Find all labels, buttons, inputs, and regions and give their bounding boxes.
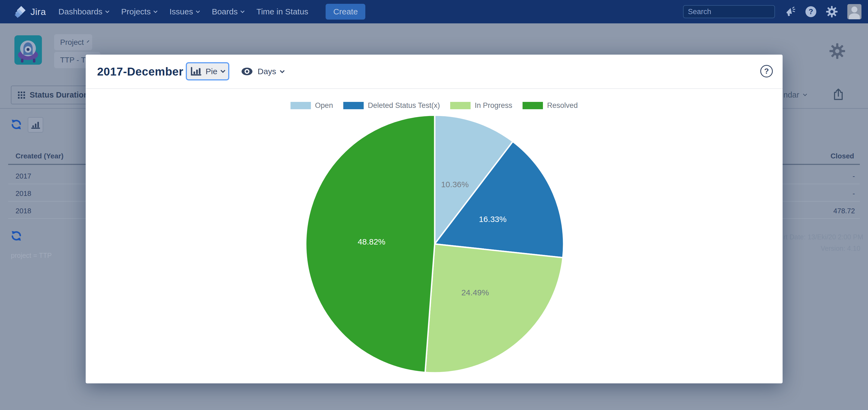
settings-gear-icon[interactable] [826, 5, 838, 18]
nav-item-dashboards[interactable]: Dashboards [59, 7, 109, 16]
avatar-head [851, 6, 858, 12]
pie-chart-area: 10.36%16.33%24.49%48.82% [86, 89, 783, 383]
unit-label: Days [257, 67, 276, 76]
top-navbar: Jira Dashboards Projects Issues Boards T… [0, 0, 868, 23]
chevron-down-icon [220, 68, 225, 73]
chart-modal: 2017-December Pie Days ? Open Delete [86, 55, 783, 383]
nav-item-label: Time in Status [256, 7, 308, 16]
chevron-down-icon [105, 9, 110, 13]
create-button[interactable]: Create [326, 4, 365, 20]
nav-item-label: Projects [121, 7, 151, 16]
pie-chart-svg: 10.36%16.33%24.49%48.82% [86, 89, 783, 383]
grid-icon [18, 91, 26, 99]
chevron-down-icon [87, 40, 90, 43]
version-text: Version: 4.10 [821, 244, 860, 252]
chart-type-dropdown[interactable]: Pie [186, 62, 229, 80]
jql-query-text: project = TTP [11, 251, 52, 260]
project-dropdown[interactable]: Project [54, 34, 92, 50]
chevron-down-icon [240, 9, 245, 13]
modal-title: 2017-December [97, 65, 183, 78]
pie-slice-label: 24.49% [461, 288, 489, 297]
chevron-down-icon [280, 68, 285, 73]
nav-item-projects[interactable]: Projects [121, 7, 157, 16]
table-cell-year: 2018 [16, 207, 31, 215]
nav-item-label: Issues [169, 7, 193, 16]
jira-logo[interactable]: Jira [15, 5, 46, 18]
nav-item-time-in-status[interactable]: Time in Status [256, 7, 308, 16]
column-header-created-year: Created (Year) [16, 152, 63, 160]
table-cell-closed: - [852, 172, 855, 180]
table-cell-closed: 478.72 [833, 207, 855, 215]
calendar-label: ndar [783, 91, 799, 99]
pie-slice-label: 48.82% [358, 237, 385, 246]
table-cell-year: 2018 [16, 190, 31, 198]
chevron-down-icon [803, 92, 807, 97]
bar-chart-icon [190, 67, 202, 76]
export-icon[interactable] [833, 88, 844, 102]
search-input[interactable] [688, 8, 784, 16]
modal-help-icon[interactable]: ? [760, 65, 773, 77]
chevron-down-icon [153, 9, 158, 13]
pie-slice-label: 16.33% [479, 215, 506, 224]
unit-dropdown[interactable]: Days [241, 65, 284, 78]
table-cell-year: 2017 [16, 172, 31, 180]
column-header-closed: Closed [831, 152, 854, 160]
calendar-dropdown-partial[interactable]: ndar [783, 91, 807, 99]
chevron-down-icon [195, 9, 200, 13]
search-box[interactable] [683, 5, 775, 18]
table-cell-closed: - [852, 190, 855, 198]
nav-item-boards[interactable]: Boards [212, 7, 244, 16]
pie-slice-in-progress[interactable] [425, 244, 563, 373]
avatar-torso [849, 13, 860, 19]
project-dropdown-label: Project [60, 38, 84, 47]
tab-label: Status Duration [30, 91, 88, 99]
eye-icon [241, 66, 253, 77]
announcements-icon[interactable] [784, 6, 796, 18]
help-icon[interactable]: ? [805, 6, 816, 17]
project-avatar[interactable] [14, 35, 42, 65]
nav-item-label: Dashboards [59, 7, 102, 16]
nav-item-label: Boards [212, 7, 238, 16]
user-avatar[interactable] [847, 4, 862, 19]
chart-view-button[interactable] [28, 117, 43, 133]
brand-name: Jira [30, 6, 46, 17]
report-settings-gear-icon[interactable] [829, 43, 845, 60]
chart-type-label: Pie [206, 67, 217, 76]
jira-logo-icon [15, 5, 27, 18]
report-date-text: rt Date: 13/Eki/20 2:00 PM [783, 233, 863, 241]
refresh-icon[interactable] [11, 230, 22, 242]
nav-item-issues[interactable]: Issues [169, 7, 199, 16]
bar-chart-icon [31, 121, 40, 129]
refresh-icon[interactable] [11, 119, 22, 131]
pie-slice-label: 10.36% [441, 180, 469, 189]
